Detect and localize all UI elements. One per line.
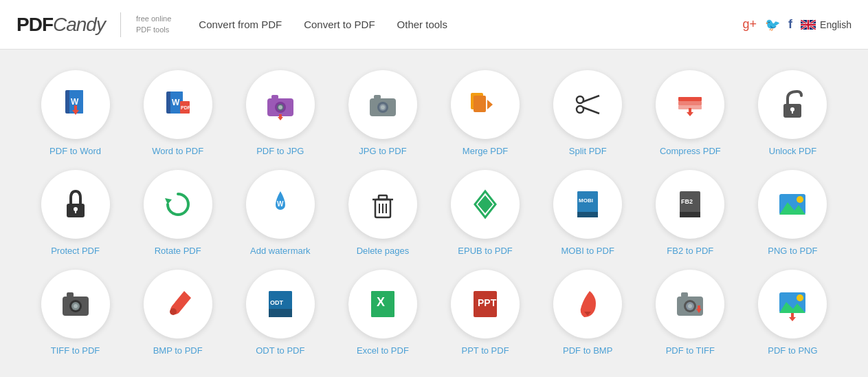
svg-line-28 (583, 96, 599, 102)
svg-rect-70 (269, 309, 292, 317)
merge-pdf-icon-circle (451, 70, 520, 139)
svg-point-14 (278, 105, 282, 109)
compress-pdf-icon-circle (656, 70, 724, 139)
svg-point-26 (577, 96, 583, 103)
compress-pdf-icon (671, 86, 709, 123)
svg-rect-34 (689, 108, 691, 113)
word-to-pdf-icon-circle: W PDF (144, 70, 212, 139)
tool-protect-pdf[interactable]: Protect PDF (27, 170, 123, 256)
tool-pdf-to-jpg[interactable]: PDF to JPG (232, 70, 328, 156)
svg-rect-45 (379, 195, 387, 200)
tiff-to-pdf-label: TIFF to PDF (51, 345, 100, 356)
tool-ppt-to-pdf[interactable]: PPT PPT to PDF (438, 270, 533, 356)
tool-pdf-to-png[interactable]: PDF to PNG (745, 270, 841, 356)
svg-rect-24 (474, 96, 486, 112)
tool-fb2-to-pdf[interactable]: FB2 FB2 to PDF (643, 170, 738, 256)
delete-pages-icon-circle (348, 170, 417, 239)
svg-point-21 (381, 105, 385, 109)
unlock-pdf-icon-circle (758, 70, 827, 139)
mobi-to-pdf-label: MOBI to PDF (561, 246, 614, 256)
tool-pdf-to-bmp[interactable]: PDF to BMP (540, 270, 636, 356)
pdf-to-png-icon (774, 286, 811, 323)
jpg-to-pdf-icon-circle (348, 70, 417, 139)
flag-uk-icon (801, 20, 816, 30)
svg-text:PPT: PPT (478, 297, 497, 308)
language-selector[interactable]: English (801, 19, 852, 30)
svg-rect-32 (678, 97, 702, 101)
svg-text:MOBI: MOBI (579, 197, 593, 204)
tool-excel-to-pdf[interactable]: X Excel to PDF (335, 270, 430, 356)
png-to-pdf-label: PNG to PDF (768, 246, 817, 256)
epub-to-pdf-label: EPUB to PDF (458, 246, 512, 256)
tool-mobi-to-pdf[interactable]: MOBI MOBI to PDF (540, 170, 636, 256)
mobi-to-pdf-icon: MOBI (569, 186, 606, 223)
nav-other-tools[interactable]: Other tools (397, 19, 447, 30)
header: PDFCandy free online PDF tools Convert f… (0, 0, 868, 50)
tool-png-to-pdf[interactable]: PNG to PDF (745, 170, 841, 256)
svg-rect-37 (792, 110, 793, 114)
merge-pdf-icon (467, 86, 504, 123)
gplus-icon[interactable]: g+ (743, 17, 757, 32)
svg-line-29 (583, 107, 599, 114)
svg-point-60 (797, 196, 803, 203)
pdf-to-jpg-label: PDF to JPG (256, 146, 304, 156)
tool-pdf-to-word[interactable]: W PDF to Word (27, 70, 123, 156)
excel-to-pdf-label: Excel to PDF (357, 345, 409, 356)
compress-pdf-label: Compress PDF (660, 146, 721, 156)
split-pdf-icon-circle (553, 70, 622, 139)
pdf-to-tiff-label: PDF to TIFF (666, 345, 715, 356)
svg-rect-88 (791, 313, 794, 318)
tool-rotate-pdf[interactable]: Rotate PDF (130, 170, 225, 256)
delete-pages-label: Delete pages (357, 246, 410, 256)
tool-epub-to-pdf[interactable]: EPUB to PDF (438, 170, 533, 256)
svg-text:X: X (377, 295, 385, 309)
svg-text:W: W (172, 98, 180, 107)
facebook-icon[interactable]: f (788, 17, 792, 32)
tool-tiff-to-pdf[interactable]: TIFF to PDF (27, 270, 123, 356)
nav-convert-to-pdf[interactable]: Convert to PDF (304, 19, 375, 30)
svg-rect-83 (698, 305, 700, 310)
tool-jpg-to-pdf[interactable]: JPG to PDF (335, 70, 430, 156)
nav-convert-from-pdf[interactable]: Convert from PDF (199, 19, 282, 30)
tool-add-watermark[interactable]: W Add watermark (232, 170, 328, 256)
add-watermark-label: Add watermark (250, 246, 310, 256)
rotate-pdf-icon-circle (144, 170, 212, 239)
pdf-to-word-label: PDF to Word (49, 146, 101, 156)
tool-merge-pdf[interactable]: Merge PDF (438, 70, 533, 156)
rotate-pdf-icon (159, 186, 197, 223)
tool-delete-pages[interactable]: Delete pages (335, 170, 430, 256)
protect-pdf-icon-circle (41, 170, 110, 239)
protect-pdf-label: Protect PDF (51, 246, 100, 256)
svg-point-80 (688, 304, 692, 308)
pdf-to-word-icon: W (57, 86, 94, 123)
pdf-to-word-icon-circle: W (41, 70, 110, 139)
pdf-to-tiff-icon-circle (656, 270, 724, 338)
odt-to-pdf-icon-circle: ODT (246, 270, 315, 338)
pdf-to-png-label: PDF to PNG (768, 345, 817, 356)
twitter-icon[interactable]: 🐦 (765, 17, 780, 32)
unlock-pdf-label: Unlock PDF (769, 146, 816, 156)
svg-rect-31 (678, 101, 702, 105)
tool-compress-pdf[interactable]: Compress PDF (643, 70, 738, 156)
ppt-to-pdf-icon-circle: PPT (451, 270, 520, 338)
tool-unlock-pdf[interactable]: Unlock PDF (745, 70, 841, 156)
jpg-to-pdf-icon (364, 86, 401, 123)
png-to-pdf-icon (774, 186, 811, 223)
epub-to-pdf-icon (467, 186, 504, 223)
ppt-to-pdf-icon: PPT (467, 286, 504, 323)
tool-word-to-pdf[interactable]: W PDF Word to PDF (130, 70, 225, 156)
svg-point-27 (577, 106, 583, 113)
word-to-pdf-icon: W PDF (159, 86, 197, 123)
header-right: g+ 🐦 f English (743, 17, 852, 32)
tool-pdf-to-tiff[interactable]: PDF to TIFF (643, 270, 738, 356)
logo-divider (120, 12, 121, 37)
svg-text:W: W (277, 200, 284, 208)
pdf-to-bmp-icon (569, 286, 606, 323)
delete-pages-icon (364, 186, 401, 223)
tool-bmp-to-pdf[interactable]: BMP to PDF (130, 270, 225, 356)
tool-split-pdf[interactable]: Split PDF (540, 70, 636, 156)
svg-text:ODT: ODT (270, 299, 284, 306)
add-watermark-icon-circle: W (246, 170, 315, 239)
tool-odt-to-pdf[interactable]: ODT ODT to PDF (232, 270, 328, 356)
svg-point-66 (170, 308, 177, 315)
